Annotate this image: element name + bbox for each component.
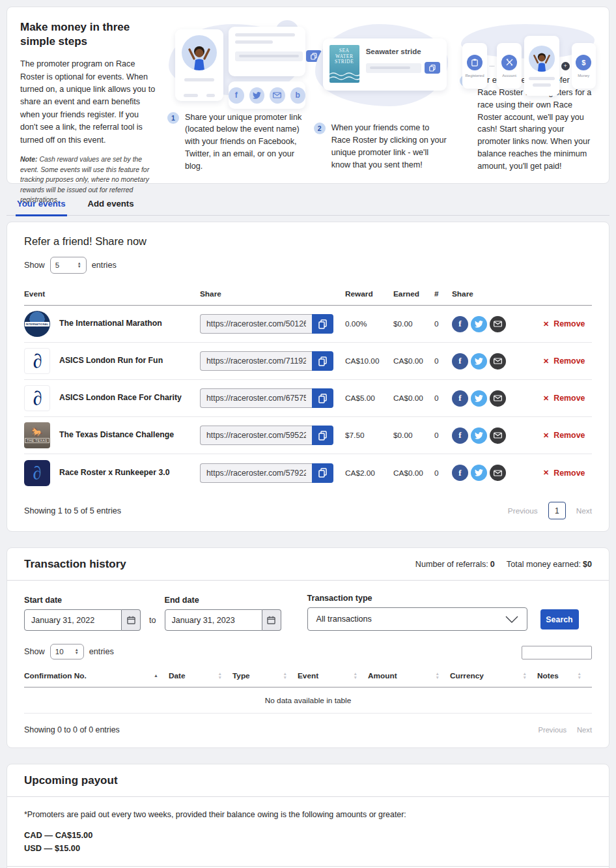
page-size-select[interactable]: 10 ▲▼ (50, 644, 84, 659)
table-filter-input[interactable] (522, 646, 592, 659)
remove-button[interactable]: ✕Remove (543, 319, 585, 328)
end-date-input[interactable] (165, 609, 262, 631)
step-3-illustration: Registered Account (460, 19, 596, 69)
search-button[interactable]: Search (540, 609, 579, 629)
event-logo: ∂ (24, 385, 50, 411)
share-email-button[interactable] (490, 316, 506, 332)
previous-button[interactable]: Previous (538, 726, 567, 734)
share-email-button[interactable] (490, 390, 506, 407)
share-twitter-button[interactable] (471, 316, 487, 332)
copy-link-button[interactable] (312, 463, 333, 483)
transaction-controls-row: Show 10 ▲▼ entries (7, 635, 609, 659)
share-twitter-button[interactable] (471, 427, 487, 444)
transaction-table-footer: Showing 0 to 0 of 0 entries Previous Nex… (7, 714, 609, 734)
transaction-filters: Start date to End date Transaction type … (7, 581, 609, 635)
step-1-badge: 1 (167, 112, 179, 124)
share-facebook-button[interactable]: f (452, 427, 468, 444)
col-date[interactable]: Date▲▼ (169, 671, 232, 680)
remove-button[interactable]: ✕Remove (543, 394, 585, 403)
tab-add-events[interactable]: Add events (87, 193, 135, 215)
col-share-icons: Share (452, 289, 525, 298)
transaction-header: Transaction history Number of referrals:… (7, 548, 609, 581)
start-date-input[interactable] (24, 609, 122, 631)
calendar-icon (267, 616, 275, 624)
page-size-select[interactable]: 5 ▲▼ (50, 257, 87, 274)
start-date-calendar-button[interactable] (122, 609, 141, 631)
reward-value: CA$10.00 (345, 356, 393, 366)
facebook-icon: f (229, 87, 244, 104)
transaction-table: Confirmation No.▲ Date▲▼ Type▲▼ Event▲▼ … (24, 667, 592, 714)
divider (7, 866, 609, 867)
profile-mini-card (175, 29, 223, 101)
previous-button[interactable]: Previous (508, 506, 538, 515)
placeholder-line (235, 33, 295, 36)
next-button[interactable]: Next (577, 726, 592, 734)
step-2-illustration: SEA WATER STRIDE Seawater stride (314, 19, 450, 117)
copy-icon (318, 468, 327, 478)
twitter-icon (475, 469, 483, 476)
promoter-link-input[interactable] (200, 426, 312, 445)
minimum-usd: USD — $15.00 (24, 842, 592, 855)
promoter-link-input[interactable] (200, 463, 312, 483)
email-icon (494, 358, 502, 364)
twitter-icon (475, 432, 483, 439)
transaction-type-select[interactable]: All transactions (307, 607, 527, 631)
share-email-button[interactable] (490, 353, 506, 369)
share-email-button[interactable] (490, 465, 506, 481)
copy-link-button[interactable] (312, 388, 333, 408)
remove-button[interactable]: ✕Remove (543, 431, 585, 440)
placeholder-line (184, 78, 214, 81)
copy-link-button[interactable] (312, 314, 333, 334)
end-date-calendar-button[interactable] (262, 609, 281, 631)
event-name: The International Marathon (59, 319, 167, 329)
payout-title: Upcoming payout (24, 774, 118, 787)
show-label: Show (24, 261, 45, 270)
share-twitter-button[interactable] (471, 353, 487, 369)
table-row: ∂ASICS London Run for Fun CA$10.00 CA$0.… (24, 343, 592, 380)
share-facebook-button[interactable]: f (452, 316, 468, 332)
event-card-right: Seawater stride (366, 45, 440, 84)
share-email-button[interactable] (490, 427, 506, 444)
col-notes[interactable]: Notes▲▼ (537, 671, 592, 680)
remove-button[interactable]: ✕Remove (543, 469, 585, 478)
col-confirmation[interactable]: Confirmation No.▲ (24, 671, 169, 680)
share-facebook-button[interactable]: f (452, 465, 468, 481)
next-button[interactable]: Next (576, 506, 592, 515)
copy-link-button[interactable] (312, 351, 333, 371)
total-earned: Total money earned:$0 (507, 560, 592, 569)
empty-table-message: No data available in table (24, 687, 592, 714)
share-twitter-button[interactable] (471, 465, 487, 481)
promoter-link-input[interactable] (200, 388, 312, 408)
link-bar-row (235, 50, 299, 62)
intro-title: Make money in three simple steps (20, 20, 157, 49)
promoter-link-input[interactable] (200, 351, 312, 371)
share-facebook-button[interactable]: f (452, 353, 468, 369)
email-icon (494, 470, 502, 476)
reward-value: CA$5.00 (345, 394, 393, 403)
sort-icons: ▲▼ (283, 672, 287, 680)
end-date-label: End date (165, 596, 281, 605)
intro-text-column: Make money in three simple steps The pro… (20, 19, 161, 173)
step-1-illustration: f b (167, 19, 303, 106)
avatar (529, 46, 555, 72)
col-currency[interactable]: Currency▲▼ (450, 671, 537, 680)
page-1-button[interactable]: 1 (548, 502, 566, 519)
share-twitter-button[interactable] (471, 390, 487, 407)
account-mini-card: Account (497, 43, 521, 89)
remove-button[interactable]: ✕Remove (543, 356, 585, 366)
col-type[interactable]: Type▲▼ (232, 671, 298, 680)
step-2-text: 2 When your friends come to Race Roster … (314, 122, 450, 171)
col-amount[interactable]: Amount▲▼ (368, 671, 450, 680)
placeholder-line (235, 40, 273, 44)
link-mini-card (229, 27, 305, 76)
tab-your-events[interactable]: Your events (16, 193, 67, 216)
event-name: ASICS London Race For Charity (59, 393, 187, 403)
share-facebook-button[interactable]: f (452, 390, 468, 407)
col-event[interactable]: Event▲▼ (298, 671, 368, 680)
copy-link-button[interactable] (312, 426, 333, 445)
payout-header: Upcoming payout (7, 764, 609, 797)
promoter-link-input[interactable] (200, 314, 312, 334)
dollar-icon: $ (576, 55, 591, 70)
clipboard-icon (467, 55, 483, 70)
referral-count: 0 (434, 469, 452, 478)
